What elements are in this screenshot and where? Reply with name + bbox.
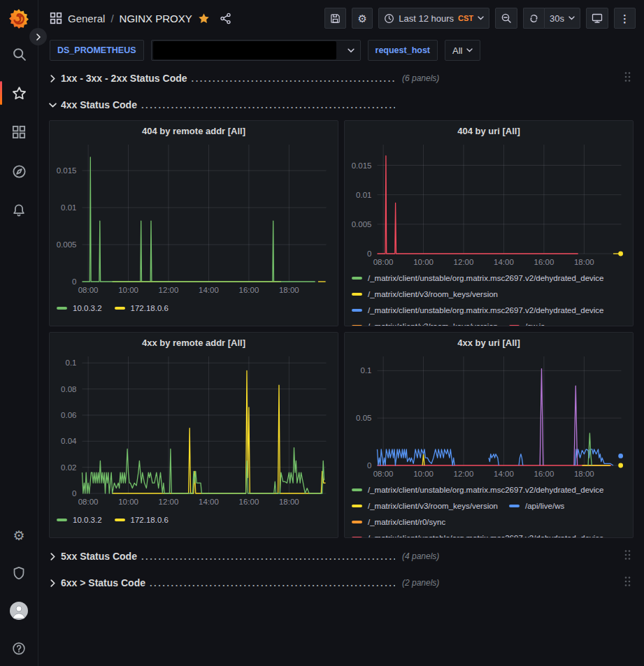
legend-item[interactable]: /_matrix/client/v3/room_keys/version bbox=[352, 500, 498, 512]
datasource-label-text: DS_PROMETHEUS bbox=[57, 45, 136, 55]
favorite-star-icon[interactable] bbox=[198, 13, 210, 24]
refresh-interval-picker[interactable]: 30s bbox=[544, 8, 580, 29]
legend-label: /_matrix/client/v3/room_keys/version bbox=[368, 502, 498, 510]
sidebar-expand-toggle[interactable] bbox=[29, 28, 47, 45]
svg-text:0.1: 0.1 bbox=[361, 366, 372, 375]
legend-item[interactable]: /_matrix/client/unstable/org.matrix.msc2… bbox=[352, 304, 604, 317]
chart-404-by-uri[interactable]: 00.0050.010.01508:0010:0012:0014:0016:00… bbox=[345, 140, 633, 268]
datasource-variable-label[interactable]: DS_PROMETHEUS bbox=[50, 40, 144, 61]
tv-mode-button[interactable] bbox=[586, 8, 608, 29]
save-icon bbox=[330, 13, 341, 24]
grafana-logo-icon[interactable] bbox=[7, 7, 31, 31]
legend-swatch bbox=[352, 521, 362, 523]
legend-label: /_matrix/client/unstable/org.matrix.msc2… bbox=[368, 274, 604, 282]
sidebar-item-explore[interactable] bbox=[0, 161, 38, 182]
legend-label: /_matrix/client/v3/room_keys/version bbox=[368, 322, 498, 326]
panel-title[interactable]: 404 by remote addr [All] bbox=[50, 121, 338, 140]
zoom-out-button[interactable] bbox=[495, 8, 517, 29]
legend-item[interactable]: 10.0.3.2 bbox=[57, 302, 102, 314]
row-panel-count: (6 panels) bbox=[402, 73, 439, 83]
legend-item[interactable]: 10.0.3.2 bbox=[57, 514, 102, 526]
sidebar-item-search[interactable] bbox=[0, 43, 38, 64]
svg-text:14:00: 14:00 bbox=[199, 498, 219, 506]
panel-title[interactable]: 4xx by remote addr [All] bbox=[50, 333, 338, 352]
legend-swatch bbox=[352, 277, 362, 280]
chevron-down-icon bbox=[348, 48, 355, 53]
legend-item[interactable]: /_matrix/client/unstable/org.matrix.msc2… bbox=[352, 272, 604, 284]
timezone-label: CST bbox=[458, 14, 473, 22]
legend-item[interactable]: /_matrix/client/v3/room_keys/version bbox=[352, 288, 498, 301]
request-host-value: All bbox=[452, 45, 462, 56]
svg-text:0.01: 0.01 bbox=[356, 191, 371, 199]
sidebar-item-server-admin[interactable] bbox=[0, 563, 38, 584]
row-1xx-3xx-2xx[interactable]: 1xx - 3xx - 2xx Status Code.............… bbox=[49, 68, 634, 88]
row-dots: ........................................… bbox=[150, 578, 395, 588]
shield-icon bbox=[12, 566, 26, 580]
datasource-variable-select[interactable] bbox=[151, 40, 361, 61]
refresh-button[interactable] bbox=[523, 8, 544, 29]
svg-text:12:00: 12:00 bbox=[454, 258, 474, 266]
request-host-variable-label[interactable]: request_host bbox=[368, 40, 438, 61]
variables-bar: DS_PROMETHEUS request_host All bbox=[38, 36, 644, 64]
chart-4xx-by-uri[interactable]: 00.050.108:0010:0012:0014:0016:0018:00 bbox=[345, 352, 633, 479]
sidebar-item-profile[interactable] bbox=[0, 600, 38, 621]
save-dashboard-button[interactable] bbox=[324, 8, 346, 29]
sidebar-item-configuration[interactable]: ⚙ bbox=[0, 525, 38, 546]
sidebar-item-starred[interactable] bbox=[0, 82, 38, 103]
chevron-right-icon bbox=[49, 553, 57, 560]
panel-title[interactable]: 404 by uri [All] bbox=[345, 121, 633, 140]
legend-swatch bbox=[509, 505, 520, 507]
legend-swatch bbox=[352, 325, 362, 326]
sidebar: ⚙ bbox=[0, 0, 38, 666]
breadcrumb-section[interactable]: General bbox=[68, 13, 105, 24]
row-drag-handle[interactable] bbox=[624, 549, 631, 563]
dashboard-content: 1xx - 3xx - 2xx Status Code.............… bbox=[38, 64, 644, 666]
dashboard-settings-button[interactable]: ⚙ bbox=[352, 8, 373, 29]
svg-text:0.01: 0.01 bbox=[61, 203, 76, 212]
legend-item[interactable]: /_matrix/client/unstable/org.matrix.msc2… bbox=[352, 484, 604, 496]
legend-swatch bbox=[57, 519, 67, 521]
legend-item[interactable]: /_matrix/client/unstable/org.matrix.msc2… bbox=[352, 532, 604, 537]
sidebar-item-dashboards[interactable] bbox=[0, 122, 38, 143]
svg-text:16:00: 16:00 bbox=[534, 258, 554, 266]
svg-text:18:00: 18:00 bbox=[574, 470, 594, 478]
request-host-variable-select[interactable]: All bbox=[445, 40, 480, 61]
row-drag-handle[interactable] bbox=[624, 576, 631, 590]
share-icon[interactable] bbox=[220, 13, 231, 24]
request-host-label-text: request_host bbox=[375, 45, 431, 55]
row-6xx[interactable]: 6xx > Status Code.......................… bbox=[49, 573, 634, 593]
more-options-button[interactable]: ⋮ bbox=[614, 8, 636, 29]
dashboards-grid-icon bbox=[12, 125, 26, 139]
chevron-down-icon bbox=[478, 16, 484, 20]
svg-text:16:00: 16:00 bbox=[534, 470, 554, 478]
chart-404-by-remote-addr[interactable]: 00.0050.010.01508:0010:0012:0014:0016:00… bbox=[50, 140, 338, 296]
sidebar-item-alerting[interactable] bbox=[0, 200, 38, 221]
legend-item[interactable]: 172.18.0.6 bbox=[115, 302, 169, 314]
row-5xx[interactable]: 5xx Status Code.........................… bbox=[49, 546, 634, 566]
breadcrumb-title[interactable]: NGINX PROXY bbox=[120, 13, 192, 24]
person-icon bbox=[10, 602, 28, 620]
sidebar-item-help[interactable] bbox=[0, 638, 38, 659]
legend-label: /_matrix/client/v3/room_keys/version bbox=[368, 290, 498, 298]
panel-grid: 404 by remote addr [All]00.0050.010.0150… bbox=[49, 120, 634, 538]
svg-text:0.005: 0.005 bbox=[352, 220, 372, 229]
legend-item[interactable]: /sw.js bbox=[509, 320, 545, 326]
svg-text:0.015: 0.015 bbox=[352, 161, 372, 170]
svg-text:10:00: 10:00 bbox=[118, 286, 138, 294]
gear-icon: ⚙ bbox=[358, 13, 367, 24]
chart-4xx-by-remote-addr[interactable]: 00.020.040.060.080.108:0010:0012:0014:00… bbox=[50, 352, 338, 507]
legend-item[interactable]: /_matrix/client/r0/sync bbox=[352, 516, 445, 528]
time-range-picker[interactable]: Last 12 hours CST bbox=[378, 8, 489, 29]
row-drag-handle[interactable] bbox=[624, 71, 631, 85]
row-dots: ........................................… bbox=[141, 100, 395, 110]
question-icon bbox=[12, 642, 26, 656]
svg-text:16:00: 16:00 bbox=[239, 286, 259, 294]
row-4xx[interactable]: 4xx Status Code.........................… bbox=[49, 95, 634, 115]
clock-icon bbox=[384, 13, 394, 24]
legend-item[interactable]: /api/live/ws bbox=[509, 500, 564, 512]
panel-legend: /_matrix/client/unstable/org.matrix.msc2… bbox=[345, 268, 633, 326]
svg-text:16:00: 16:00 bbox=[239, 498, 259, 506]
legend-item[interactable]: 172.18.0.6 bbox=[115, 514, 169, 526]
legend-item[interactable]: /_matrix/client/v3/room_keys/version bbox=[352, 320, 498, 326]
panel-title[interactable]: 4xx by uri [All] bbox=[345, 333, 633, 352]
